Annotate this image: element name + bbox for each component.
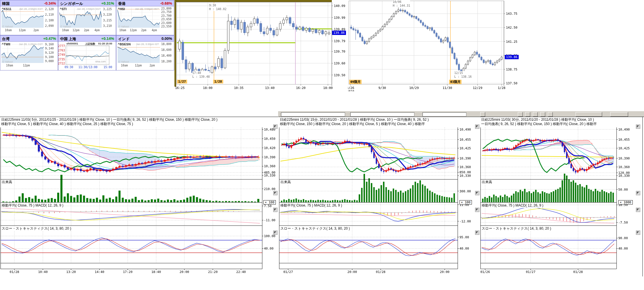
- widget-korea[interactable]: 韓国 -0.34% ^KS11 Jan 28, 2:55pm KST © Yah…: [0, 0, 58, 35]
- daily-candle-chart: 10/06 H : 144.31 12/15 L : 138.16 139.86…: [348, 0, 520, 91]
- yahoo-copyright: © Yahoo!: [118, 60, 129, 63]
- chart-indicators: 移動平均( Close, 5 ) 移動平均( Close, 40 ) 移動平均(…: [1, 122, 261, 127]
- volume-pane-label: 出来高: [2, 180, 12, 185]
- toolbar-button[interactable]: [610, 112, 628, 117]
- widget-title: 台湾: [2, 36, 10, 42]
- nikkei-mini-30min-chart: 日経225mini 11/03( 30分, 2011/01/20 - 2011/…: [480, 117, 644, 276]
- sina-symbol: sh000001: [66, 42, 78, 45]
- volume-multiplier: × 100: [459, 200, 472, 205]
- korea-sparkline-canvas[interactable]: [0, 6, 58, 35]
- high-value: H : 140.02: [209, 7, 226, 11]
- quote-timestamp: Jan 28, 1:25pm CST: [19, 43, 43, 46]
- nikkei-mini-5min-chart: 日経225mini 11/03( 5分, 2011/01/25 - 2011/0…: [0, 117, 278, 276]
- chart-frame-top: [174, 0, 332, 2]
- toolbar-button[interactable]: [540, 112, 545, 117]
- contract-tag-09: 09限月: [349, 80, 362, 84]
- low-time: 12/15: [454, 71, 472, 75]
- widget-india[interactable]: インド 0.00% ^BSESN Jan 28, 3:30pm IST © Ya…: [116, 35, 174, 70]
- quote-timestamp: Jan 28, 2:55pm KST: [19, 8, 43, 10]
- low-time: 17:40: [192, 71, 210, 75]
- pane-scale-button[interactable]: [636, 208, 640, 212]
- pane-scale-button[interactable]: [636, 230, 640, 235]
- widget-title: シンガポール: [60, 1, 83, 6]
- toolbar-button[interactable]: [548, 112, 553, 117]
- widget-title: インド: [118, 36, 130, 42]
- chart-indicators: 移動平均( Close, 150 ) 移動平均( Close, 20 ) 移動平…: [280, 122, 462, 127]
- yahoo-copyright: © Yahoo!: [2, 25, 13, 28]
- current-price-tag: 139.86: [332, 31, 346, 35]
- volume-pane-label: 出来高: [280, 180, 291, 185]
- ticker-symbol: ^TWII: [2, 42, 10, 46]
- pane-scale-button[interactable]: [475, 208, 479, 212]
- daily-chart-canvas[interactable]: [348, 0, 520, 91]
- shanghai-sparkline-canvas[interactable]: [58, 42, 116, 70]
- taiwan-sparkline-canvas[interactable]: [0, 42, 58, 70]
- sina-index-name: 上証指数: [85, 42, 95, 46]
- 30min-chart-canvas[interactable]: [480, 117, 644, 276]
- pane-scale-button[interactable]: [273, 208, 278, 212]
- contract-tag-03: 03限月: [449, 80, 461, 84]
- toolbar-combobox[interactable]: [422, 112, 466, 116]
- change-badge: -0.34%: [44, 1, 56, 5]
- volume-multiplier: × 1000: [618, 200, 633, 205]
- pane-scale-button[interactable]: [273, 230, 278, 235]
- chart-frame-left: [174, 0, 176, 87]
- toolbar-button[interactable]: [518, 112, 523, 117]
- toolbar-button[interactable]: [533, 112, 538, 117]
- toolbar-button[interactable]: [525, 112, 530, 117]
- ticker-symbol: ^KS11: [2, 7, 11, 11]
- india-sparkline-canvas[interactable]: [116, 42, 174, 70]
- quote-timestamp: Jan 28, 4:59pm SGT: [77, 8, 101, 10]
- macd-pane-label: 移動平均( Close, 75 ) MACD( 12, 26, 9 ): [482, 203, 543, 208]
- nikkei-mini-15min-chart: 日経225mini 11/03( 15分, 2011/01/20 - 2011/…: [279, 117, 480, 276]
- stochastics-pane-label: スロー・ストキャスティクス( 14, 3, 80, 20 ): [482, 226, 551, 231]
- volume-pane-label: 出来高: [482, 180, 492, 185]
- toolbar-combobox[interactable]: [350, 112, 414, 116]
- pane-scale-button[interactable]: [636, 124, 640, 129]
- quote-timestamp: Jan 28, 3:59pm HKT: [135, 8, 159, 10]
- change-badge: +0.14%: [101, 36, 114, 41]
- high-time: 9:30: [209, 3, 226, 7]
- hongkong-sparkline-canvas[interactable]: [116, 6, 174, 35]
- singapore-sparkline-canvas[interactable]: [58, 6, 116, 35]
- pane-scale-button[interactable]: [273, 124, 278, 129]
- date-tag-128: 1/28: [213, 80, 223, 83]
- toolbar-button[interactable]: [576, 112, 602, 117]
- volume-multiplier: × 100: [263, 200, 276, 205]
- widget-hongkong[interactable]: 香港 -0.68% ^HSI Jan 28, 3:59pm HKT © Yaho…: [116, 0, 174, 35]
- date-tag-127: 1/27: [177, 80, 187, 83]
- yahoo-copyright: © Yahoo!: [118, 25, 129, 28]
- low-annotation: 17:40 L : 139.48: [192, 71, 210, 79]
- change-badge: +0.47%: [43, 36, 56, 41]
- change-badge: 0.00%: [161, 36, 172, 41]
- change-badge: -0.68%: [160, 1, 172, 5]
- widget-singapore[interactable]: シンガポール +0.31% ^STI Jan 28, 4:59pm SGT © …: [58, 0, 116, 35]
- trading-workspace: 韓国 -0.34% ^KS11 Jan 28, 2:55pm KST © Yah…: [0, 0, 644, 290]
- widget-shanghai[interactable]: 中国 上海 +0.14% sh000001 上証指数 01-28 15:00 s…: [58, 35, 116, 70]
- pane-scale-button[interactable]: [636, 191, 640, 195]
- pane-scale-button[interactable]: [273, 191, 278, 195]
- sina-watermark: sina.com: [95, 60, 106, 63]
- low-value: L : 138.16: [454, 75, 472, 79]
- pane-scale-button[interactable]: [475, 230, 479, 235]
- quote-timestamp: Jan 28, 3:30pm IST: [136, 43, 159, 46]
- yahoo-copyright: © Yahoo!: [60, 25, 71, 28]
- current-price-tag: 139.86: [505, 55, 519, 59]
- widget-taiwan[interactable]: 台湾 +0.47% ^TWII Jan 28, 1:25pm CST © Yah…: [0, 35, 58, 70]
- change-badge: +0.31%: [101, 1, 114, 5]
- low-value: L : 139.48: [192, 75, 210, 79]
- toolbar-button[interactable]: [480, 112, 485, 117]
- low-annotation: 12/15 L : 138.16: [454, 71, 472, 79]
- yahoo-copyright: © Yahoo!: [2, 60, 13, 63]
- chart-indicators: 一目均衡表( 9, 26, 52 ) 移動平均( Close, 150 ) 移動…: [481, 122, 626, 127]
- pane-scale-button[interactable]: [475, 124, 479, 129]
- macd-pane-label: 移動平均( Close, 75 ) MACD( 12, 26, 9 ): [280, 203, 342, 208]
- widget-title: 中国 上海: [60, 36, 76, 42]
- pane-scale-button[interactable]: [475, 191, 479, 195]
- toolbar-combobox[interactable]: [281, 112, 345, 116]
- 5min-chart-canvas[interactable]: [0, 117, 278, 276]
- ticker-symbol: ^HSI: [118, 7, 125, 11]
- high-time: 10/06: [393, 0, 410, 4]
- 15min-chart-canvas[interactable]: [279, 117, 480, 276]
- high-value: H : 144.31: [393, 4, 410, 8]
